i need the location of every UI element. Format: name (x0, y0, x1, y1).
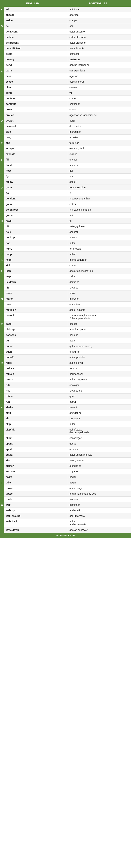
table-row: ridecavalgar (4, 382, 131, 388)
table-row: keepmanter/guardar (4, 257, 131, 262)
table-row: climbescalar (4, 85, 131, 90)
cell-portuguese: esbofetear, dar uma palmada (67, 427, 131, 435)
cell-english: be absent (4, 29, 67, 34)
cell-english: throw (4, 486, 67, 491)
cell-english: rise (4, 388, 67, 393)
cell-english: shake (4, 405, 67, 410)
table-row: appearaparecer (4, 12, 131, 18)
cell-portuguese: descender (67, 124, 131, 129)
table-row: spendgastar (4, 441, 131, 446)
cell-portuguese: encher (67, 157, 131, 162)
cell-english: walk around (4, 513, 67, 519)
cell-english: run (4, 399, 67, 404)
cell-portuguese: deitar-se (67, 279, 131, 285)
table-row: kickchutar (4, 262, 131, 268)
table-row: passpassar (4, 321, 131, 327)
cell-english: sit (4, 416, 67, 421)
cell-english: carry (4, 68, 67, 73)
cell-english: walk back (4, 519, 67, 527)
cell-english: hold (4, 229, 67, 235)
cell-english: track (4, 497, 67, 502)
cell-english: return (4, 377, 67, 382)
cell-english: leap (4, 274, 67, 279)
section-rows: keepmanter/guardarkickchutar (4, 257, 131, 268)
table-row: excludeexcluir (4, 151, 131, 157)
table-row: catchagarrar (4, 73, 131, 79)
section-rows: raisesubir, elevarreducereduzirremainper… (4, 360, 131, 405)
table-row: haveter (4, 218, 131, 224)
cell-english: contain (4, 96, 67, 101)
table-row: squatfazer agachamentos (4, 452, 131, 458)
table-row: pushempurrar (4, 349, 131, 354)
cell-english: walk (4, 502, 67, 507)
cell-portuguese: andar até (67, 508, 131, 513)
cell-portuguese: ir por/acompanhar (67, 196, 131, 201)
section-rows: endterminarescapeescapar, fugirexcludeex… (4, 140, 131, 157)
cell-portuguese: parar, acabar (67, 458, 131, 463)
cell-portuguese: fluir (67, 168, 131, 174)
section-b: Bbeserbe absentestar ausentebe lateestar… (0, 23, 131, 68)
cell-portuguese: agarrar (67, 73, 131, 79)
cell-english: end (4, 140, 67, 146)
cell-portuguese: ter (67, 218, 131, 223)
cell-portuguese: aparecer (67, 12, 131, 18)
cell-english: gather (4, 185, 67, 190)
table-row: move in1. mudar-se, instalar-se 2. levar… (4, 313, 131, 321)
cell-english: go (4, 190, 67, 196)
letter-label: D (0, 118, 4, 140)
table-row: walkcaminhar (4, 502, 131, 508)
section-r: Rraisesubir, elevarreducereduzirremainpe… (0, 360, 131, 405)
letter-label: R (0, 360, 4, 405)
table-row: be sufficientser suficiente (4, 45, 131, 51)
table-row: go on footir a pé/caminhando (4, 207, 131, 213)
table-row: carrycarregar, levar (4, 68, 131, 73)
cell-english: punch (4, 343, 67, 349)
cell-portuguese: partir (67, 118, 131, 123)
cell-portuguese: ser suficiente (67, 45, 131, 51)
letter-label: P (0, 321, 4, 360)
cell-portuguese: rastrear (67, 497, 131, 502)
section-rows: haveterhitbater, golpearholdsegurarhold … (4, 218, 131, 251)
cell-portuguese: pular (67, 421, 131, 427)
cell-portuguese: encontrar (67, 302, 131, 307)
section-h: Hhaveterhitbater, golpearholdsegurarhold… (0, 218, 131, 251)
cell-portuguese: superar (67, 469, 131, 474)
table-row: flyvoar (4, 174, 131, 179)
table-row: benddobrar, inclinar-se (4, 62, 131, 68)
table-row: surpasssuperar (4, 469, 131, 474)
table-row: endterminar (4, 140, 131, 146)
cell-portuguese: adiar, protelar (67, 354, 131, 360)
cell-english: slidet (4, 435, 67, 441)
cell-english: have (4, 218, 67, 223)
table-row: move onseguir adiante (4, 307, 131, 313)
cell-english: go along (4, 196, 67, 201)
cell-portuguese: marchar (67, 296, 131, 302)
table-row: liftlevantar (4, 285, 131, 290)
section-d: Ddepartpartirdescenddescenderdivemergulh… (0, 118, 131, 140)
cell-english: arrive (4, 18, 67, 23)
table-row: tiptoeandar na ponta dos pés (4, 491, 131, 497)
cell-portuguese: reunir, recolher (67, 185, 131, 190)
cell-portuguese: dobrar, inclinar-se (67, 62, 131, 68)
table-row: followseguir (4, 179, 131, 185)
table-row: belongpertencer (4, 57, 131, 62)
cell-english: hold up (4, 235, 67, 240)
table-row: leanapoiar-se, inclinar-se (4, 268, 131, 274)
cell-english: lie down (4, 279, 67, 285)
cell-portuguese: chutar (67, 262, 131, 268)
cell-portuguese: ir (67, 190, 131, 196)
cell-portuguese: caminhar (67, 502, 131, 507)
cell-english: escape (4, 146, 67, 151)
cell-portuguese: sacudir (67, 405, 131, 410)
table-row: hoppular (4, 240, 131, 246)
cell-portuguese: arrastar (67, 135, 131, 140)
cell-english: stretch (4, 463, 67, 469)
cell-portuguese: cruzar (67, 107, 131, 112)
cell-portuguese: estar presente (67, 40, 131, 45)
cell-portuguese: começar (67, 51, 131, 57)
cell-portuguese: terminar (67, 140, 131, 146)
cell-english: descend (4, 124, 67, 129)
cell-english: exclude (4, 151, 67, 157)
table-row: pick upapanhar, pegar (4, 327, 131, 332)
section-rows: leanapoiar-se, inclinar-seleapsaltarlie … (4, 268, 131, 296)
